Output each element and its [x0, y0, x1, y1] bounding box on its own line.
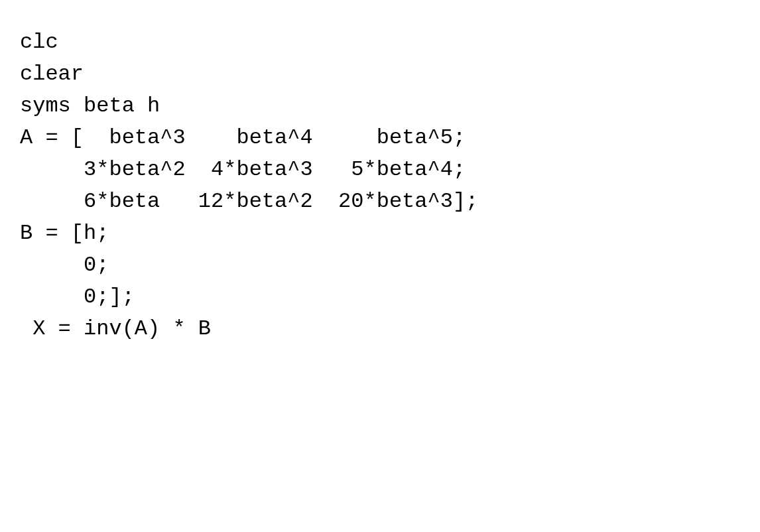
code-line: syms beta h [20, 90, 740, 122]
code-line: 6*beta 12*beta^2 20*beta^3]; [20, 186, 740, 218]
code-block: clc clear syms beta h A = [ beta^3 beta^… [20, 27, 740, 345]
code-line: clc [20, 27, 740, 58]
code-line: X = inv(A) * B [20, 313, 740, 345]
code-line: 0;]; [20, 281, 740, 313]
code-line: B = [h; [20, 218, 740, 249]
code-line: clear [20, 58, 740, 90]
code-line: 3*beta^2 4*beta^3 5*beta^4; [20, 154, 740, 186]
code-line: A = [ beta^3 beta^4 beta^5; [20, 122, 740, 154]
code-line: 0; [20, 249, 740, 281]
